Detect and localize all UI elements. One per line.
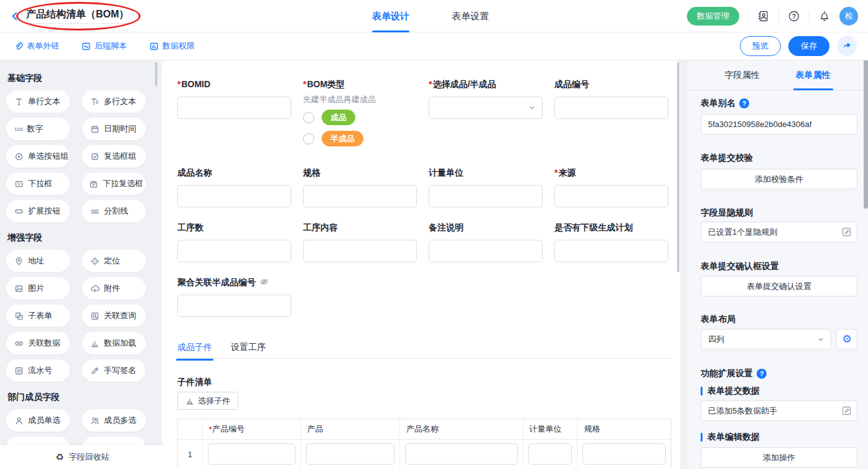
field-number[interactable]: 123 数字 (6, 118, 70, 140)
form-layout-select[interactable]: 四列 (701, 329, 831, 349)
text-cursor-icon (14, 97, 24, 107)
section-title-member-fields: 部门成员字段 (7, 392, 165, 403)
field-geolocation[interactable]: 定位 (82, 250, 146, 272)
tab-field-properties[interactable]: 字段属性 (725, 60, 760, 90)
properties-tabs: 字段属性 表单属性 (687, 60, 868, 90)
field-address[interactable]: 地址 (6, 250, 70, 272)
field-datetime[interactable]: 日期时间 (82, 118, 146, 140)
form-external-link[interactable]: 表单外链 (14, 40, 59, 52)
row-input-product[interactable] (306, 443, 395, 465)
help-icon[interactable]: ? (739, 98, 749, 108)
field-select[interactable]: 下拉框 (6, 173, 70, 195)
divider (809, 11, 810, 22)
input-process-count[interactable] (177, 240, 291, 262)
input-product-name[interactable] (177, 185, 291, 207)
field-subform[interactable]: 子表单 (6, 305, 70, 327)
subform-table-header: *产品编号 产品 产品名称 计量单位 规格 (178, 419, 671, 440)
tab-form-design[interactable]: 表单设计 (372, 0, 409, 32)
input-spec[interactable] (303, 185, 417, 207)
label-remark: 备注说明 (429, 222, 464, 234)
add-validation-button[interactable]: 添加校验条件 (701, 169, 857, 189)
canvas-scrollbar[interactable] (677, 62, 679, 272)
field-extend-button[interactable]: 扩展按钮 (6, 200, 70, 222)
field-multi-line-text[interactable]: 多行文本 (82, 90, 146, 113)
row-input-product-name[interactable] (405, 443, 517, 465)
header-tabs: 表单设计 表单设置 (372, 0, 489, 32)
radio-option-finished[interactable]: 成品 (303, 110, 355, 125)
notification-bell-icon[interactable] (818, 10, 831, 22)
option-pill-semi-finished: 半成品 (322, 131, 363, 146)
form-toolbar: 表单外链 后端脚本 数据权限 预览 保存 (0, 32, 868, 60)
bom-type-helper-text: 先建半成品再建成品 (303, 94, 376, 105)
input-remark[interactable] (429, 240, 543, 262)
person-icon (14, 416, 24, 425)
field-checkbox-group[interactable]: 复选框组 (82, 145, 146, 168)
select-child-button[interactable]: 选择子件 (177, 392, 238, 410)
edit-icon[interactable] (841, 405, 852, 416)
col-product: 产品 (301, 419, 401, 439)
option-pill-finished: 成品 (322, 110, 355, 125)
share-button[interactable] (837, 36, 857, 56)
checkbox-icon (90, 152, 100, 161)
select-product-dropdown[interactable] (429, 97, 543, 119)
back-icon[interactable] (10, 11, 20, 21)
field-member-single[interactable]: 成员单选 (6, 409, 70, 432)
help-icon[interactable]: ? (757, 369, 767, 379)
edit-icon[interactable] (841, 227, 852, 237)
section-title-basic-fields: 基础字段 (7, 73, 165, 84)
row-input-product-code[interactable] (208, 443, 296, 465)
row-input-spec[interactable] (582, 443, 666, 465)
field-recycle-bin[interactable]: ♻ 字段回收站 (0, 445, 165, 469)
input-bomid[interactable] (177, 97, 291, 119)
tab-form-properties[interactable]: 表单属性 (796, 60, 831, 90)
input-product-code[interactable] (554, 97, 668, 119)
backend-script-link[interactable]: 后端脚本 (82, 40, 127, 52)
input-unit[interactable] (429, 185, 543, 207)
row-input-unit[interactable] (528, 443, 572, 465)
field-image[interactable]: 图片 (6, 277, 70, 300)
toolbar-links: 表单外链 后端脚本 数据权限 (14, 40, 195, 52)
bar-chart-icon (90, 339, 100, 348)
dropdown-icon (14, 179, 24, 189)
save-button[interactable]: 保存 (788, 36, 829, 56)
sidebar-scrollbar[interactable] (155, 62, 157, 86)
field-serial-number[interactable]: 流水号 (6, 359, 70, 382)
page-title[interactable]: 产品结构清单（BOM） (26, 8, 129, 24)
radio-option-semi-finished[interactable]: 半成品 (303, 131, 363, 146)
submit-data-box[interactable]: 已添加5条数据助手 (701, 400, 857, 421)
field-linked-lookup[interactable]: 关联查询 (82, 305, 146, 327)
input-process-content[interactable] (303, 240, 417, 262)
layout-gear-button[interactable]: ⚙ (836, 329, 857, 349)
input-has-sub-plan[interactable] (554, 240, 668, 262)
org-directory-icon[interactable] (757, 10, 770, 22)
data-manage-button[interactable]: 数据管理 (687, 7, 739, 26)
visibility-rules-box[interactable]: 已设置1个显隐规则 (701, 222, 857, 242)
field-signature[interactable]: 手写签名 (82, 359, 146, 382)
field-multi-select[interactable]: 下拉复选框 (82, 173, 146, 195)
radio-circle-icon (303, 133, 314, 144)
preview-button[interactable]: 预览 (740, 36, 781, 56)
gear-icon: ⚙ (842, 333, 851, 346)
edit-data-subhead: 表单编辑数据 (701, 432, 760, 443)
field-attachment[interactable]: 附件 (82, 277, 146, 300)
form-alias-input[interactable] (701, 115, 857, 134)
button-icon (14, 207, 24, 216)
input-agg-semi-code[interactable] (177, 295, 291, 317)
data-permission-link[interactable]: 数据权限 (149, 40, 195, 52)
row-index: 1 (178, 440, 203, 468)
field-radio-group[interactable]: 单选按钮组 (6, 145, 70, 168)
input-source[interactable] (554, 185, 668, 207)
field-single-line-text[interactable]: 单行文本 (6, 90, 70, 113)
field-linked-data[interactable]: 关联数据 (6, 332, 70, 354)
submit-confirm-button[interactable]: 表单提交确认设置 (701, 276, 857, 296)
field-divider[interactable]: 分割线 (82, 200, 146, 222)
help-icon[interactable]: ? (788, 10, 800, 22)
label-product-code: 成品编号 (554, 79, 589, 90)
chevron-down-icon (528, 104, 536, 111)
chart-icon (185, 397, 194, 405)
field-member-multi[interactable]: 成员多选 (82, 409, 146, 432)
field-data-load[interactable]: 数据加载 (82, 332, 146, 354)
user-avatar[interactable]: 检 (839, 7, 858, 26)
tab-form-settings[interactable]: 表单设置 (452, 0, 489, 32)
add-operation-button[interactable]: 添加操作 (701, 447, 857, 468)
